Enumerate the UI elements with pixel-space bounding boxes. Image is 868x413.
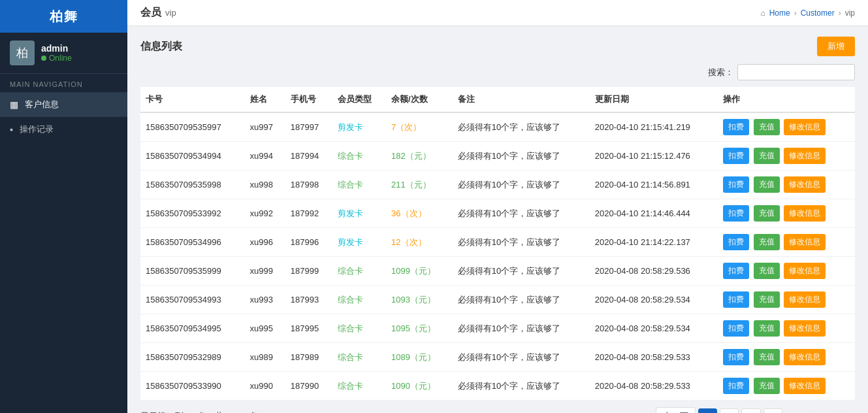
cell-update-date: 2020-04-08 20:58:29.536	[590, 257, 718, 286]
edit-button[interactable]: 修改信息	[784, 205, 826, 222]
cell-card-no: 1586350709534993	[140, 286, 245, 314]
cell-card-no: 1586350709535998	[140, 171, 245, 199]
charge-button[interactable]: 充值	[754, 119, 780, 135]
edit-button[interactable]: 修改信息	[784, 119, 826, 135]
table-row: 1586350709534995 xu995 187995 综合卡 1095（元…	[140, 314, 855, 343]
table-row: 1586350709532989 xu989 187989 综合卡 1089（元…	[140, 343, 855, 372]
charge-button[interactable]: 充值	[754, 320, 780, 337]
pagination-controls: 上一页 1 2 3 4 @稀土掘金技术社区	[656, 407, 855, 413]
search-label: 搜索：	[708, 67, 733, 78]
cell-balance: 1099（元）	[386, 257, 453, 286]
main-content: 会员 vip ⌂ Home › Customer › vip 信息列表 新增 搜…	[127, 0, 868, 413]
deduct-button[interactable]: 扣费	[723, 263, 749, 279]
cell-name: xu995	[245, 314, 285, 343]
content-area: 信息列表 新增 搜索： 卡号 姓名 手机号 会员类型 余额/次数 备注 更新日期	[127, 26, 868, 413]
table-row: 1586350709535997 xu997 187997 剪发卡 7（次） 必…	[140, 112, 855, 142]
deduct-button[interactable]: 扣费	[723, 378, 749, 394]
cell-actions: 扣费 充值 修改信息	[718, 199, 855, 228]
edit-button[interactable]: 修改信息	[784, 263, 826, 279]
prev-page-button[interactable]: 上一页	[656, 407, 696, 413]
search-bar: 搜索：	[140, 64, 855, 80]
charge-button[interactable]: 充值	[754, 378, 780, 394]
cell-card-type: 综合卡	[332, 314, 386, 343]
breadcrumb-customer[interactable]: Customer	[801, 8, 835, 18]
cell-phone: 187995	[285, 314, 332, 343]
cell-card-no: 1586350709534995	[140, 314, 245, 343]
cell-name: xu994	[245, 142, 285, 171]
cell-name: xu998	[245, 171, 285, 199]
cell-actions: 扣费 充值 修改信息	[718, 142, 855, 171]
cell-remark: 必须得有10个字，应该够了	[453, 286, 590, 314]
charge-button[interactable]: 充值	[754, 176, 780, 193]
charge-button[interactable]: 充值	[754, 234, 780, 250]
breadcrumb-home[interactable]: Home	[769, 8, 790, 18]
sidebar-item-label: 客户信息	[25, 99, 59, 110]
charge-button[interactable]: 充值	[754, 263, 780, 279]
cell-remark: 必须得有10个字，应该够了	[453, 199, 590, 228]
cell-phone: 187996	[285, 228, 332, 257]
cell-remark: 必须得有10个字，应该够了	[453, 372, 590, 401]
status-dot	[41, 56, 46, 61]
deduct-button[interactable]: 扣费	[723, 119, 749, 135]
cell-card-type: 综合卡	[332, 286, 386, 314]
charge-button[interactable]: 充值	[754, 148, 780, 164]
deduct-button[interactable]: 扣费	[723, 205, 749, 222]
edit-button[interactable]: 修改信息	[784, 176, 826, 193]
cell-phone: 187998	[285, 171, 332, 199]
grid-icon: ▦	[10, 99, 18, 110]
cell-name: xu996	[245, 228, 285, 257]
cell-actions: 扣费 充值 修改信息	[718, 228, 855, 257]
edit-button[interactable]: 修改信息	[784, 148, 826, 164]
edit-button[interactable]: 修改信息	[784, 349, 826, 365]
cell-update-date: 2020-04-10 21:14:22.137	[590, 228, 718, 257]
page-button-1[interactable]: 1	[698, 408, 717, 414]
table-row: 1586350709534994 xu994 187994 综合卡 182（元）…	[140, 142, 855, 171]
sidebar-logo: 柏舞	[0, 0, 127, 33]
cell-actions: 扣费 充值 修改信息	[718, 257, 855, 286]
cell-name: xu992	[245, 199, 285, 228]
deduct-button[interactable]: 扣费	[723, 176, 749, 193]
sidebar-item-operations[interactable]: ▪ 操作记录	[0, 117, 127, 142]
cell-name: xu989	[245, 343, 285, 372]
page-button-3[interactable]: 3	[741, 408, 760, 414]
sidebar: 柏舞 柏 admin Online MAIN NAVIGATION ▦ 客户信息…	[0, 0, 127, 413]
edit-button[interactable]: 修改信息	[784, 291, 826, 308]
cell-update-date: 2020-04-10 21:15:12.476	[590, 142, 718, 171]
col-name: 姓名	[245, 87, 285, 112]
charge-button[interactable]: 充值	[754, 349, 780, 365]
search-input[interactable]	[737, 64, 855, 80]
breadcrumb-sep-2: ›	[839, 8, 841, 18]
section-title: 信息列表	[140, 40, 182, 54]
sidebar-item-customer[interactable]: ▦ 客户信息	[0, 92, 127, 117]
table-row: 1586350709535998 xu998 187998 综合卡 211（元）…	[140, 171, 855, 199]
deduct-button[interactable]: 扣费	[723, 291, 749, 308]
cell-card-type: 剪发卡	[332, 199, 386, 228]
cell-phone: 187990	[285, 372, 332, 401]
cell-phone: 187997	[285, 112, 332, 142]
edit-button[interactable]: 修改信息	[784, 378, 826, 394]
add-button[interactable]: 新增	[817, 37, 855, 56]
charge-button[interactable]: 充值	[754, 291, 780, 308]
charge-button[interactable]: 充值	[754, 205, 780, 222]
page-button-2[interactable]: 2	[720, 408, 739, 414]
deduct-button[interactable]: 扣费	[723, 148, 749, 164]
cell-balance: 1095（元）	[386, 314, 453, 343]
cell-card-type: 综合卡	[332, 257, 386, 286]
cell-balance: 182（元）	[386, 142, 453, 171]
sidebar-user: 柏 admin Online	[0, 33, 127, 74]
page-title: 会员	[140, 6, 161, 20]
nav-section-title: MAIN NAVIGATION	[0, 74, 127, 92]
edit-button[interactable]: 修改信息	[784, 320, 826, 337]
col-phone: 手机号	[285, 87, 332, 112]
cell-remark: 必须得有10个字，应该够了	[453, 343, 590, 372]
cell-name: xu990	[245, 372, 285, 401]
deduct-button[interactable]: 扣费	[723, 234, 749, 250]
edit-button[interactable]: 修改信息	[784, 234, 826, 250]
cell-phone: 187992	[285, 199, 332, 228]
data-table: 卡号 姓名 手机号 会员类型 余额/次数 备注 更新日期 操作 15863507…	[140, 87, 855, 401]
cell-remark: 必须得有10个字，应该够了	[453, 314, 590, 343]
page-button-4[interactable]: 4	[764, 408, 782, 414]
deduct-button[interactable]: 扣费	[723, 349, 749, 365]
deduct-button[interactable]: 扣费	[723, 320, 749, 337]
cell-name: xu993	[245, 286, 285, 314]
